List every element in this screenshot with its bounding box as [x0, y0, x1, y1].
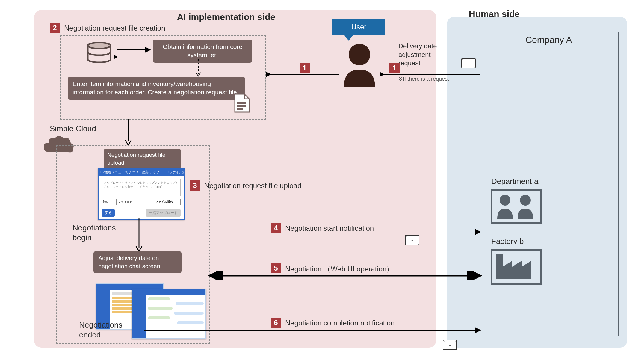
company-title: Company A: [480, 35, 618, 45]
step2-to-cloud-arrow: [125, 119, 132, 146]
negotiations-ended-label: Negotiations ended: [79, 320, 139, 340]
mail-icon: [461, 58, 476, 68]
svg-rect-2: [496, 254, 503, 279]
step-label-3: Negotiation request file upload: [204, 182, 301, 190]
step-badge-1b: 1: [300, 63, 310, 73]
human-side-title: Human side: [455, 9, 533, 19]
upload-mock-upload-btn: 一括アップロード: [146, 209, 181, 217]
arrow-step6: [144, 327, 482, 334]
obtain-to-enter-arrow: [195, 59, 202, 77]
user-tag: User: [332, 19, 385, 35]
people-icon: [495, 193, 537, 219]
step-label-2: Negotiation request file creation: [64, 24, 165, 32]
step-badge-2: 2: [50, 23, 60, 33]
step-badge-4: 4: [271, 223, 281, 233]
step-badge-5: 5: [271, 263, 281, 273]
svg-point-1: [520, 195, 531, 206]
upload-screenshot: PV管理メニュー/リクエスト提案/アップロードファイル選択 アップロードするファ…: [98, 168, 185, 220]
ai-side-title: AI implementation side: [162, 12, 291, 22]
user-tag-label: User: [351, 23, 367, 31]
file-icon: [234, 93, 250, 113]
upload-mock-titlebar: PV管理メニュー/リクエスト提案/アップロードファイル選択: [99, 169, 184, 176]
step-badge-6: 6: [271, 318, 281, 328]
svg-rect-11: [237, 102, 246, 104]
obtain-info-box: Obtain information from core system, et.: [153, 40, 252, 63]
enter-info-box: Enter item information and inventory/war…: [68, 77, 245, 100]
factory-label: Factory b: [491, 237, 524, 246]
step-badge-3: 3: [190, 180, 200, 191]
mail-icon-step6: [443, 340, 457, 350]
step-badge-1a: 1: [389, 63, 400, 73]
svg-rect-12: [237, 105, 246, 107]
upload-title-box: Negotiation request file upload: [104, 149, 181, 169]
svg-marker-3: [503, 261, 531, 279]
upload-mock-dropzone: アップロードするファイルをドラッグアンドドロップするか、ファイルを指定してくださ…: [102, 179, 181, 196]
upload-mock-back-btn: 戻る: [102, 209, 115, 217]
upload-mock-table-head: No. ファイル名 ファイル操作: [102, 199, 181, 205]
svg-point-0: [500, 195, 510, 206]
step-label-4: Negotiation start notification: [285, 224, 374, 233]
delivery-request-text: Delivery date adjustment request: [398, 42, 458, 68]
svg-point-7: [88, 43, 111, 49]
negotiations-begin-label: Negotiations begin: [72, 223, 126, 242]
step-label-6: Negotiation completion notification: [285, 319, 395, 327]
mail-icon-step4: [405, 235, 419, 245]
user-icon: [338, 42, 380, 87]
factory-icon: [496, 254, 535, 279]
step-label-5: Negotiation （Web UI operation）: [285, 264, 394, 274]
simple-cloud-label: Simple Cloud: [50, 124, 96, 133]
user-tag-tail: [344, 35, 353, 41]
svg-rect-13: [237, 108, 243, 110]
svg-point-4: [349, 44, 370, 65]
department-label: Department a: [491, 177, 539, 186]
adjust-chat-box: Adjust delivery date on negotiation chat…: [93, 251, 182, 273]
database-icon: [86, 42, 113, 66]
db-exchange-arrows: [114, 45, 152, 62]
